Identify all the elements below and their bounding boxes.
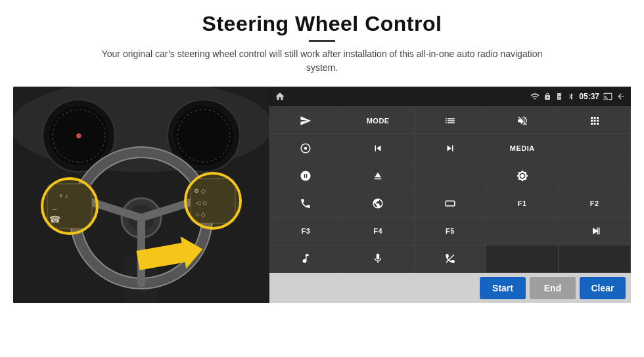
status-bar-right: 05:37: [530, 92, 626, 101]
title-divider: [309, 40, 335, 42]
globe-icon: [372, 198, 384, 209]
svg-point-25: [42, 178, 97, 234]
btn-f3[interactable]: F4: [342, 218, 414, 245]
btn-dvd[interactable]: [559, 162, 630, 189]
btn-mic[interactable]: [342, 245, 414, 272]
btn-empty-2: [559, 245, 630, 272]
page-container: Steering Wheel Control Your original car…: [0, 0, 644, 357]
svg-rect-31: [599, 228, 600, 235]
svg-point-28: [304, 146, 308, 150]
bottom-bar: Start End Clear: [269, 273, 631, 303]
btn-f2[interactable]: F3: [270, 218, 342, 245]
btn-prev[interactable]: [342, 135, 414, 161]
svg-point-7: [174, 106, 233, 165]
car-360-icon: [300, 170, 311, 182]
clear-button[interactable]: Clear: [580, 277, 626, 299]
btn-next[interactable]: [415, 135, 486, 161]
btn-globe[interactable]: [342, 190, 414, 217]
btn-music[interactable]: [270, 245, 342, 272]
eject-icon: [372, 170, 384, 182]
btn-f4[interactable]: F5: [415, 218, 486, 245]
bluetooth-icon: [567, 93, 575, 100]
btn-grid-apps[interactable]: [559, 107, 630, 134]
status-time: 05:37: [579, 92, 599, 101]
btn-empty-1: [486, 245, 558, 272]
btn-list[interactable]: [415, 107, 486, 134]
content-area: ●: [13, 87, 631, 303]
skip-prev-icon: [372, 142, 384, 154]
btn-settings[interactable]: [270, 135, 342, 161]
status-bar-left: [275, 91, 285, 102]
phone-icon: [300, 198, 311, 209]
status-bar: 05:37: [269, 87, 631, 106]
btn-eq[interactable]: F1: [486, 190, 558, 217]
btn-brightness[interactable]: [486, 162, 558, 189]
home-icon: [275, 91, 285, 102]
btn-f5[interactable]: [486, 218, 558, 245]
settings-icon: [300, 142, 311, 154]
page-subtitle: Your original car’s steering wheel contr…: [92, 47, 552, 75]
send-icon: [300, 115, 311, 127]
svg-rect-30: [597, 228, 598, 235]
phone-end-icon: [444, 253, 456, 264]
back-icon: [616, 92, 626, 101]
music-icon: [300, 253, 311, 264]
cast-icon: [603, 92, 612, 101]
lock-icon: [543, 93, 551, 100]
apps-icon: [589, 115, 601, 127]
control-panel: 05:37 MODE: [269, 87, 631, 303]
btn-phone[interactable]: [270, 190, 342, 217]
mute-icon: [517, 115, 528, 127]
sim-icon: [555, 93, 563, 100]
end-button[interactable]: End: [530, 277, 576, 299]
list-icon: [444, 115, 456, 127]
btn-tv[interactable]: MEDIA: [486, 135, 558, 161]
btn-360[interactable]: [270, 162, 342, 189]
btn-radio[interactable]: [415, 162, 486, 189]
page-title: Steering Wheel Control: [92, 12, 552, 36]
btn-eject[interactable]: [342, 162, 414, 189]
button-grid: MODE MED: [269, 106, 631, 273]
skip-next-icon: [444, 142, 456, 154]
btn-rect[interactable]: [415, 190, 486, 217]
btn-playpause[interactable]: [559, 218, 630, 245]
brightness-icon: [517, 170, 528, 182]
wifi-icon: [530, 92, 540, 101]
rect-icon: [444, 198, 456, 209]
btn-f1[interactable]: F2: [559, 190, 630, 217]
btn-send[interactable]: [270, 107, 342, 134]
title-section: Steering Wheel Control Your original car…: [92, 12, 552, 83]
start-button[interactable]: Start: [480, 277, 526, 299]
btn-mode[interactable]: MODE: [342, 107, 414, 134]
btn-mute[interactable]: [486, 107, 558, 134]
playpause-icon: [589, 225, 601, 237]
car-image: ●: [13, 87, 269, 303]
mic-icon: [372, 253, 384, 264]
steering-wheel-svg: ●: [13, 87, 269, 303]
btn-media[interactable]: [559, 135, 630, 161]
svg-point-26: [185, 173, 241, 228]
btn-phone-end[interactable]: [415, 245, 486, 272]
svg-text:●: ●: [76, 129, 83, 142]
svg-rect-29: [446, 201, 455, 206]
